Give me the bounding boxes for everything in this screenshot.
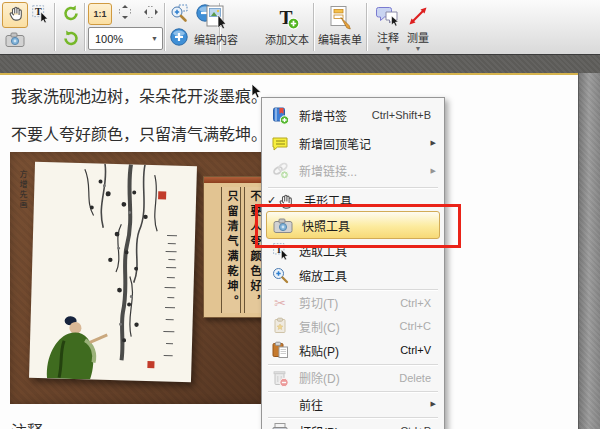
select-tool-button[interactable]: T	[28, 3, 52, 27]
rotate-right-button[interactable]	[58, 27, 84, 53]
plaque-top-band	[204, 177, 269, 183]
comment-label: 注释	[377, 32, 399, 45]
measure-button[interactable]: 测量 ▼	[398, 2, 438, 56]
bookmark-add-icon	[269, 106, 291, 125]
edit-content-icon	[203, 4, 229, 34]
edit-content-label: 编辑内容	[194, 34, 238, 47]
menu-item-new-link: 新增链接... ▶	[264, 157, 442, 184]
comment-icon	[376, 4, 400, 32]
paste-clipboard-icon	[269, 341, 291, 359]
camera-icon	[5, 30, 25, 52]
edit-form-icon	[327, 4, 353, 34]
vertical-scrollbar[interactable]	[578, 73, 600, 429]
mouse-cursor-icon	[251, 84, 263, 104]
toolbar: T 1:1 100% ▼	[0, 0, 600, 55]
menu-separator	[268, 391, 438, 392]
menu-separator	[268, 417, 438, 418]
menu-item-new-bookmark[interactable]: 新增书签 Ctrl+Shift+B	[264, 101, 442, 129]
comment-dropdown-caret-icon[interactable]: ▼	[385, 45, 392, 53]
magnifier-icon	[269, 266, 291, 284]
measure-label: 测量	[407, 32, 429, 45]
submenu-arrow-icon: ▶	[431, 167, 436, 175]
menu-item-goto[interactable]: 前往 ▶	[264, 393, 442, 415]
ink-painting-art	[29, 162, 197, 382]
toolbar-separator	[84, 3, 85, 51]
submenu-arrow-icon: ▶	[431, 400, 436, 408]
zoom-in-button[interactable]	[167, 27, 191, 51]
scissors-icon: ✂	[269, 295, 291, 311]
printer-icon	[269, 422, 291, 429]
fit-page-icon	[117, 4, 133, 24]
actual-size-label: 1:1	[93, 9, 106, 19]
painting-paper	[29, 162, 197, 382]
toolbar-separator	[313, 3, 314, 51]
poem-line-2: 不要人夸好颜色，只留清气满乾坤。	[11, 121, 267, 145]
app-background-band	[0, 54, 600, 74]
snapshot-tool-button[interactable]	[2, 28, 28, 53]
edit-form-button[interactable]: 编辑表单	[316, 2, 364, 54]
menu-item-delete: 删除(D) Delete	[264, 366, 442, 389]
menu-item-new-pinned-note[interactable]: 新增固顶笔记 ▶	[264, 129, 442, 157]
fit-width-icon	[143, 4, 159, 24]
menu-separator	[268, 187, 438, 188]
marquee-zoom-icon	[169, 3, 189, 27]
add-text-icon: T	[274, 4, 300, 34]
marquee-zoom-button[interactable]	[167, 3, 191, 27]
copy-clipboard-icon	[269, 317, 291, 335]
fit-width-button[interactable]	[139, 3, 163, 25]
menu-item-paste[interactable]: 粘贴(P) Ctrl+V	[264, 338, 442, 362]
plaque-column-left: 只留清气满乾坤。	[221, 187, 241, 313]
trash-delete-icon	[269, 369, 291, 387]
edit-content-button[interactable]: 编辑内容	[191, 2, 241, 54]
measure-icon	[406, 4, 430, 32]
toolbar-separator	[366, 3, 367, 51]
measure-dropdown-caret-icon[interactable]: ▼	[415, 45, 422, 53]
app-window: T 1:1 100% ▼	[0, 0, 600, 429]
painting-image: 方增先画	[10, 152, 268, 404]
zoom-in-icon	[169, 27, 189, 51]
toolbar-separator	[54, 3, 55, 51]
combobox-caret-icon: ▼	[151, 35, 162, 42]
rotate-left-button[interactable]	[58, 2, 84, 28]
poem-line-1: 我家洗砚池边树，朵朵花开淡墨痕。	[11, 83, 267, 107]
zoom-level-combobox[interactable]: 100% ▼	[88, 27, 163, 50]
menu-item-cut: ✂ 剪切(T) Ctrl+X	[264, 291, 442, 314]
rotate-right-icon	[62, 29, 80, 51]
partial-bottom-text: 注释	[11, 418, 43, 429]
zoom-level-value: 100%	[89, 33, 151, 45]
rotate-left-icon	[62, 4, 80, 26]
menu-item-zoom-tool[interactable]: 缩放工具	[264, 263, 442, 287]
submenu-arrow-icon: ▶	[431, 139, 436, 147]
red-highlight-box	[255, 204, 461, 248]
menu-item-copy: 复制(C) Ctrl+C	[264, 314, 442, 338]
add-text-button[interactable]: T 添加文本	[263, 2, 311, 54]
toolbar-separator	[164, 3, 165, 51]
actual-size-button[interactable]: 1:1	[88, 3, 112, 25]
painting-signature: 方增先画	[17, 170, 28, 210]
edit-form-label: 编辑表单	[318, 34, 362, 47]
hand-icon	[6, 4, 24, 26]
link-add-icon	[269, 161, 291, 180]
menu-item-print[interactable]: 打印(P) Ctrl+P	[264, 419, 442, 429]
hand-tool-button[interactable]	[2, 2, 28, 28]
note-icon	[269, 134, 291, 153]
context-menu: 新增书签 Ctrl+Shift+B 新增固顶笔记 ▶ 新增链接... ▶ ✓ 手…	[261, 97, 445, 429]
select-text-icon: T	[30, 3, 50, 27]
fit-page-button[interactable]	[113, 3, 137, 25]
add-text-label: 添加文本	[265, 34, 309, 47]
menu-separator	[268, 289, 438, 290]
menu-separator	[268, 364, 438, 365]
